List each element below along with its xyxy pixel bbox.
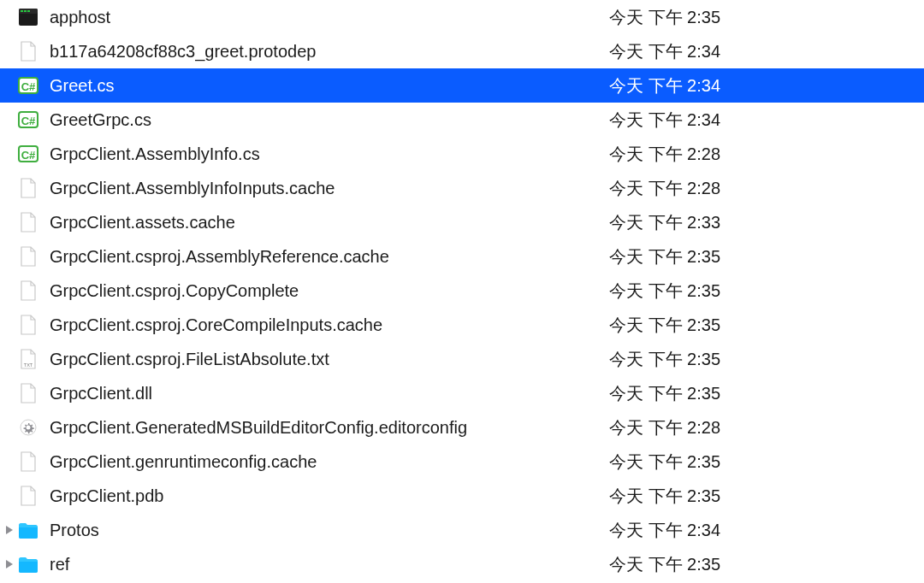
file-row[interactable]: GrpcClient.GeneratedMSBuildEditorConfig.… <box>0 410 924 445</box>
file-row[interactable]: GrpcClient.dll今天 下午 2:35 <box>0 376 924 410</box>
exec-icon <box>17 6 39 28</box>
file-name[interactable]: b117a64208cf88c3_greet.protodep <box>50 42 592 62</box>
blank-icon <box>17 280 39 302</box>
gear-icon <box>17 416 39 439</box>
disclosure-triangle <box>3 148 15 160</box>
file-date: 今天 下午 2:28 <box>609 143 755 166</box>
file-name[interactable]: GrpcClient.GeneratedMSBuildEditorConfig.… <box>50 418 592 438</box>
disclosure-triangle[interactable] <box>3 524 15 536</box>
disclosure-triangle[interactable] <box>3 558 15 570</box>
file-date: 今天 下午 2:34 <box>609 519 755 542</box>
file-row[interactable]: GrpcClient.pdb今天 下午 2:35 <box>0 479 924 513</box>
file-date: 今天 下午 2:34 <box>609 74 755 97</box>
disclosure-triangle <box>3 387 15 399</box>
file-row[interactable]: b117a64208cf88c3_greet.protodep今天 下午 2:3… <box>0 34 924 68</box>
file-name[interactable]: GrpcClient.csproj.AssemblyReference.cach… <box>50 247 592 267</box>
file-row[interactable]: Protos今天 下午 2:34 <box>0 513 924 547</box>
file-date: 今天 下午 2:35 <box>609 6 755 29</box>
csharp-icon <box>17 143 39 165</box>
file-row[interactable]: GrpcClient.genruntimeconfig.cache今天 下午 2… <box>0 445 924 479</box>
disclosure-triangle <box>3 319 15 331</box>
file-row[interactable]: ref今天 下午 2:35 <box>0 547 924 581</box>
file-date: 今天 下午 2:35 <box>609 382 755 405</box>
blank-icon <box>17 40 39 62</box>
csharp-icon <box>17 74 39 97</box>
file-name[interactable]: GrpcClient.csproj.FileListAbsolute.txt <box>50 350 592 369</box>
blank-icon <box>17 485 39 507</box>
file-name[interactable]: Greet.cs <box>50 76 592 96</box>
file-date: 今天 下午 2:35 <box>609 450 755 474</box>
chevron-right-icon <box>6 560 13 568</box>
blank-icon <box>17 314 39 336</box>
disclosure-triangle <box>3 353 15 365</box>
file-date: 今天 下午 2:35 <box>609 245 755 268</box>
chevron-right-icon <box>6 526 13 534</box>
file-row[interactable]: GrpcClient.AssemblyInfoInputs.cache今天 下午… <box>0 171 924 205</box>
file-date: 今天 下午 2:28 <box>609 177 755 200</box>
folder-icon <box>17 553 39 575</box>
blank-icon <box>17 450 39 473</box>
file-row[interactable]: GrpcClient.AssemblyInfo.cs今天 下午 2:28 <box>0 137 924 171</box>
file-date: 今天 下午 2:35 <box>609 553 755 576</box>
file-row[interactable]: GrpcClient.csproj.CoreCompileInputs.cach… <box>0 308 924 342</box>
file-date: 今天 下午 2:35 <box>609 280 755 303</box>
file-name[interactable]: GrpcClient.AssemblyInfoInputs.cache <box>50 179 592 198</box>
disclosure-triangle <box>3 250 15 262</box>
file-name[interactable]: GrpcClient.AssemblyInfo.cs <box>50 144 592 164</box>
file-date: 今天 下午 2:35 <box>609 314 755 337</box>
file-row[interactable]: GrpcClient.csproj.FileListAbsolute.txt今天… <box>0 342 924 376</box>
file-name[interactable]: Protos <box>50 521 592 540</box>
file-row[interactable]: apphost今天 下午 2:35 <box>0 0 924 34</box>
file-row[interactable]: GrpcClient.assets.cache今天 下午 2:33 <box>0 205 924 239</box>
file-row[interactable]: GreetGrpc.cs今天 下午 2:34 <box>0 103 924 137</box>
file-name[interactable]: GrpcClient.dll <box>50 384 592 403</box>
file-row[interactable]: Greet.cs今天 下午 2:34 <box>0 68 924 103</box>
disclosure-triangle <box>3 11 15 23</box>
file-date: 今天 下午 2:33 <box>609 211 755 234</box>
file-name[interactable]: ref <box>50 555 592 574</box>
file-name[interactable]: GrpcClient.pdb <box>50 486 592 506</box>
folder-icon <box>17 519 39 541</box>
disclosure-triangle <box>3 114 15 126</box>
file-row[interactable]: GrpcClient.csproj.AssemblyReference.cach… <box>0 239 924 274</box>
disclosure-triangle <box>3 456 15 468</box>
disclosure-triangle <box>3 216 15 228</box>
txt-icon <box>17 348 39 370</box>
disclosure-triangle <box>3 421 15 433</box>
file-date: 今天 下午 2:28 <box>609 416 755 439</box>
file-name[interactable]: GrpcClient.csproj.CopyComplete <box>50 281 592 301</box>
disclosure-triangle <box>3 80 15 91</box>
file-date: 今天 下午 2:34 <box>609 40 755 63</box>
file-name[interactable]: apphost <box>50 8 592 27</box>
blank-icon <box>17 382 39 404</box>
disclosure-triangle <box>3 45 15 57</box>
file-name[interactable]: GrpcClient.assets.cache <box>50 213 592 233</box>
file-name[interactable]: GrpcClient.csproj.CoreCompileInputs.cach… <box>50 315 592 335</box>
disclosure-triangle <box>3 182 15 194</box>
file-name[interactable]: GrpcClient.genruntimeconfig.cache <box>50 452 592 472</box>
file-name[interactable]: GreetGrpc.cs <box>50 110 592 130</box>
file-date: 今天 下午 2:35 <box>609 485 755 508</box>
file-date: 今天 下午 2:35 <box>609 348 755 371</box>
blank-icon <box>17 177 39 199</box>
disclosure-triangle <box>3 285 15 297</box>
disclosure-triangle <box>3 490 15 502</box>
file-date: 今天 下午 2:34 <box>609 109 755 132</box>
blank-icon <box>17 245 39 268</box>
blank-icon <box>17 211 39 233</box>
file-list: apphost今天 下午 2:35b117a64208cf88c3_greet.… <box>0 0 924 581</box>
file-row[interactable]: GrpcClient.csproj.CopyComplete今天 下午 2:35 <box>0 274 924 308</box>
csharp-icon <box>17 109 39 131</box>
